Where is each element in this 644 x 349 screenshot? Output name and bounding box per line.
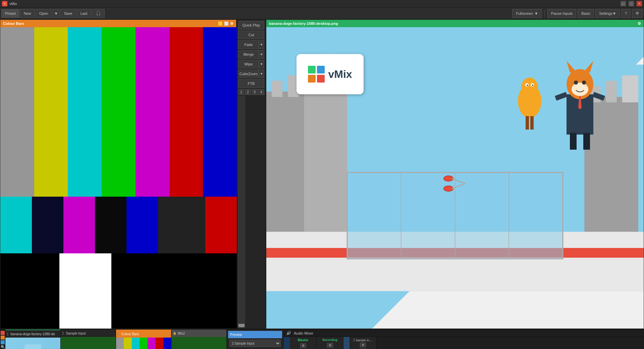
trans-num-4[interactable]: 4 bbox=[258, 89, 264, 95]
pause-inputs-button[interactable]: Pause Inputs bbox=[547, 9, 576, 18]
svg-point-22 bbox=[532, 85, 533, 86]
svg-point-21 bbox=[527, 85, 528, 86]
quick-play-button[interactable]: Quick Play bbox=[238, 21, 264, 30]
audio-mixer: 🔊 Audio Mixer OUTPUTS Master ⚙ i bbox=[284, 330, 644, 349]
cubezoom-button[interactable]: CubeZoom bbox=[238, 69, 259, 78]
svg-marker-28 bbox=[583, 61, 593, 72]
logo-g3 bbox=[308, 75, 316, 83]
preview-output-header: Preview bbox=[228, 331, 282, 338]
bar-bot-black bbox=[95, 197, 126, 253]
volume-sliders bbox=[376, 337, 380, 349]
preview-resize-icon[interactable]: ⬜ bbox=[224, 21, 229, 26]
scissors bbox=[442, 173, 469, 194]
input-2-preview[interactable] bbox=[61, 337, 116, 349]
svg-line-40 bbox=[452, 184, 465, 189]
fullscreen-button[interactable]: Fullscreen ▼ bbox=[512, 9, 542, 18]
svg-point-31 bbox=[582, 81, 586, 85]
settings-dropdown-icon[interactable]: ▼ bbox=[612, 11, 616, 15]
input-card-3: 3 Colour Bars bbox=[116, 330, 171, 349]
audio-icon: 🔊 bbox=[286, 331, 291, 335]
fade-row: Fade ▼ bbox=[238, 40, 264, 49]
trans-num-2[interactable]: 2 bbox=[245, 89, 251, 95]
settings-button[interactable]: Settings ▼ bbox=[595, 9, 620, 18]
trans-num-3[interactable]: 3 bbox=[252, 89, 258, 95]
headphones-button[interactable]: 🎧 bbox=[92, 9, 105, 18]
bar-bot-red bbox=[205, 197, 237, 253]
sample-num: 2 bbox=[353, 338, 355, 342]
preview-settings-icon[interactable]: ⚙ bbox=[230, 21, 233, 26]
white-box bbox=[59, 253, 111, 329]
color-orange[interactable] bbox=[1, 336, 5, 340]
input-card-4: 🔒 Mix2 Close Quick Play Cut Loop 1 2 3 4… bbox=[171, 330, 227, 349]
transition-slider[interactable] bbox=[238, 96, 264, 328]
input-4-preview[interactable] bbox=[171, 337, 226, 349]
bar-bot-dark bbox=[32, 197, 63, 253]
bar-bot-blue bbox=[126, 197, 158, 253]
svg-point-30 bbox=[574, 81, 578, 85]
svg-point-18 bbox=[521, 78, 538, 98]
audio-mixer-header: 🔊 Audio Mixer bbox=[284, 330, 644, 337]
svg-rect-34 bbox=[570, 133, 577, 150]
sample-settings[interactable]: ⚙ bbox=[360, 343, 366, 347]
merge-row: Merge ▼ bbox=[238, 50, 264, 59]
fade-dropdown[interactable]: ▼ bbox=[259, 40, 264, 49]
app-title: vMix bbox=[9, 2, 621, 6]
input-1-preview[interactable]: vMix vMix bbox=[5, 338, 60, 349]
ftb-button[interactable]: FTB bbox=[238, 79, 264, 88]
fullscreen-dropdown-icon[interactable]: ▼ bbox=[534, 11, 538, 15]
output-title-bar: banana-doge-factory-1080-desktop.png ⚙ bbox=[266, 20, 644, 27]
inputs-separator: INPUTS bbox=[343, 337, 350, 349]
new-button[interactable]: New bbox=[20, 9, 35, 18]
settings-gear-button[interactable]: ⚙ bbox=[632, 9, 643, 18]
preview-output-body: 2 Sample Input Output 1 banana-doge-f Cu… bbox=[228, 338, 282, 349]
cubezoom-dropdown[interactable]: ▼ bbox=[259, 69, 264, 78]
merge-dropdown[interactable]: ▼ bbox=[259, 50, 264, 59]
master-channel: Master ⚙ i 🎧 🔊 bbox=[290, 337, 317, 349]
preset-button[interactable]: Preset bbox=[1, 9, 19, 18]
logo-g4 bbox=[317, 75, 325, 83]
input-3-num: 3 bbox=[117, 332, 119, 336]
bar-cyan bbox=[68, 27, 102, 197]
open-button[interactable]: Open bbox=[36, 9, 52, 18]
last-button[interactable]: Last bbox=[77, 9, 91, 18]
preview-color-icon[interactable]: 🟨 bbox=[218, 21, 223, 26]
input-strip: 🔍 1 banana-doge-factory-1080-de vMix vMi… bbox=[0, 329, 644, 349]
output-panel: banana-doge-factory-1080-desktop.png ⚙ bbox=[266, 19, 644, 329]
input-card-2: 2 Sample Input Close Quick Play Cut Loop… bbox=[61, 330, 116, 349]
recording-settings[interactable]: ⚙ bbox=[327, 343, 333, 348]
maximize-button[interactable]: □ bbox=[629, 1, 634, 6]
output-settings-icon[interactable]: ⚙ bbox=[638, 21, 641, 26]
svg-rect-2 bbox=[272, 81, 282, 97]
preview-select[interactable]: 2 Sample Input bbox=[229, 340, 281, 347]
save-button[interactable]: Save bbox=[60, 9, 76, 18]
preview-canvas bbox=[0, 27, 237, 329]
settings-extra-button[interactable]: ? bbox=[621, 9, 631, 18]
svg-marker-27 bbox=[567, 61, 577, 72]
input-1-header: 1 banana-doge-factory-1080-de bbox=[5, 330, 60, 338]
svg-rect-35 bbox=[583, 133, 590, 150]
wipe-button[interactable]: Wipe bbox=[238, 60, 259, 68]
trans-num-1[interactable]: 1 bbox=[238, 89, 244, 95]
search-icon[interactable]: 🔍 bbox=[1, 345, 5, 349]
minimize-button[interactable]: — bbox=[621, 1, 626, 6]
output-image: vMix bbox=[266, 27, 644, 329]
master-settings[interactable]: ⚙ bbox=[300, 343, 306, 348]
input-3-name: Colour Bars bbox=[121, 332, 139, 336]
color-red[interactable] bbox=[1, 331, 5, 335]
open-dropdown-arrow[interactable]: ▼ bbox=[53, 9, 60, 18]
fade-button[interactable]: Fade bbox=[238, 40, 259, 49]
bar-magenta bbox=[136, 27, 169, 197]
color-blue[interactable] bbox=[1, 340, 5, 344]
wipe-dropdown[interactable]: ▼ bbox=[259, 60, 264, 68]
fox-character bbox=[550, 54, 610, 155]
close-button[interactable]: ✕ bbox=[637, 1, 642, 6]
input-3-preview[interactable] bbox=[116, 338, 171, 349]
basic-button[interactable]: Basic bbox=[578, 9, 594, 18]
titlebar: V vMix — □ ✕ bbox=[0, 0, 644, 7]
merge-button[interactable]: Merge bbox=[238, 50, 259, 59]
preview-title-bar: Colour Bars 🟨 ⬜ ⚙ bbox=[0, 20, 236, 27]
cubezoom-row: CubeZoom ▼ bbox=[238, 69, 264, 78]
banana-character bbox=[509, 61, 550, 155]
svg-point-37 bbox=[444, 176, 453, 181]
cut-button[interactable]: Cut bbox=[238, 31, 264, 39]
